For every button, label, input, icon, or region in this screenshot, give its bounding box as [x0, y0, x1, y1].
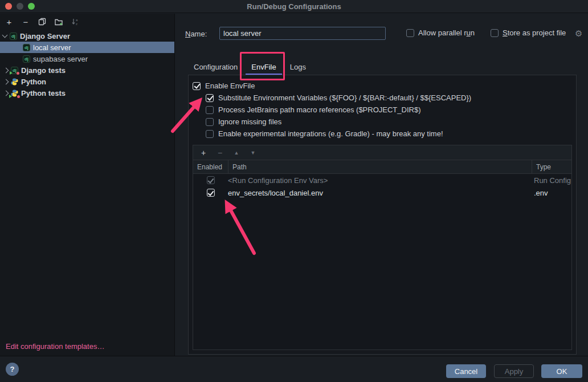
python-tests-icon: [11, 90, 18, 97]
move-down-icon[interactable]: ▼: [248, 148, 258, 157]
envfile-options: Enable EnvFile Substitute Environment Va…: [189, 75, 576, 140]
sort-configurations-icon[interactable]: az: [71, 17, 80, 26]
tree-item-label: supabase server: [33, 55, 88, 63]
django-icon: dj: [23, 44, 30, 51]
gear-icon[interactable]: ⚙: [575, 29, 582, 39]
store-as-project-file-label: Store as project file: [503, 29, 566, 37]
chevron-right-icon[interactable]: [3, 90, 9, 96]
allow-parallel-run-checkbox[interactable]: Allow parallel run: [406, 29, 475, 37]
django-icon: dj: [23, 55, 30, 63]
table-toolbar: + − ▲ ▼: [193, 145, 571, 160]
tree-item-label: local server: [33, 43, 71, 52]
edit-configuration-templates-link[interactable]: Edit configuration templates…: [6, 342, 104, 351]
tree-item-python-tests[interactable]: Python tests: [0, 87, 174, 99]
column-header-enabled[interactable]: Enabled: [193, 163, 228, 171]
zoom-window-button[interactable]: [28, 3, 35, 10]
move-up-icon[interactable]: ▲: [232, 148, 241, 157]
copy-configuration-icon[interactable]: [38, 17, 47, 26]
store-as-project-file-checkbox[interactable]: Store as project file: [491, 29, 566, 37]
sidebar-toolbar: + − az: [0, 14, 174, 30]
checkbox[interactable]: [206, 130, 214, 138]
remove-configuration-icon[interactable]: −: [21, 17, 30, 26]
column-header-type[interactable]: Type: [532, 160, 571, 173]
option-label: Process JetBrains path macro references …: [218, 105, 420, 114]
chevron-right-icon[interactable]: [3, 79, 9, 84]
table-row[interactable]: <Run Configuration Env Vars> Run Config: [193, 174, 571, 186]
add-configuration-icon[interactable]: +: [5, 17, 14, 26]
table-row[interactable]: env_secrets/local_daniel.env .env: [193, 186, 571, 199]
checkbox[interactable]: [193, 82, 201, 90]
configurations-tree: dj Django Server dj local server dj supa…: [0, 30, 174, 99]
enable-envfile-option[interactable]: Enable EnvFile: [193, 80, 576, 92]
tree-item-label: Django tests: [21, 66, 66, 75]
tree-item-django-server[interactable]: dj Django Server: [0, 30, 174, 42]
configuration-tabs: Configuration EnvFile Logs: [188, 60, 312, 75]
remove-file-icon[interactable]: −: [215, 148, 224, 157]
column-header-path[interactable]: Path: [228, 160, 532, 173]
close-window-button[interactable]: [5, 3, 12, 10]
checkbox[interactable]: [406, 29, 414, 37]
env-file-path: <Run Configuration Env Vars>: [228, 176, 532, 185]
tab-logs[interactable]: Logs: [284, 60, 312, 75]
tab-envfile[interactable]: EnvFile: [246, 60, 281, 75]
tab-configuration[interactable]: Configuration: [188, 60, 243, 75]
add-file-icon[interactable]: +: [199, 148, 208, 157]
new-folder-icon[interactable]: [54, 17, 63, 26]
svg-text:z: z: [76, 22, 77, 26]
tree-item-python[interactable]: Python: [0, 76, 174, 87]
configurations-sidebar: + − az dj Django Server dj local server: [0, 14, 175, 356]
django-tests-icon: dj: [11, 67, 18, 74]
envfile-tab-panel: Enable EnvFile Substitute Environment Va…: [188, 75, 577, 355]
dialog-title: Run/Debug Configurations: [247, 2, 341, 11]
ignore-missing-files-option[interactable]: Ignore missing files: [206, 116, 576, 128]
checkbox[interactable]: [206, 118, 214, 126]
checkbox[interactable]: [207, 189, 215, 197]
allow-parallel-run-label: Allow parallel run: [418, 29, 475, 37]
chevron-right-icon[interactable]: [3, 67, 9, 73]
svg-text:a: a: [76, 18, 78, 22]
dialog-footer: ? Cancel Apply OK: [0, 356, 588, 382]
cancel-button[interactable]: Cancel: [446, 364, 486, 378]
tree-item-supabase-server[interactable]: dj supabase server: [0, 53, 174, 64]
env-file-path: env_secrets/local_daniel.env: [228, 189, 532, 197]
checkbox: [207, 176, 215, 184]
run-debug-configurations-dialog: Run/Debug Configurations + − az dj Djang…: [0, 0, 588, 382]
checkbox[interactable]: [206, 106, 214, 114]
django-icon: dj: [10, 32, 17, 40]
ok-button[interactable]: OK: [541, 364, 582, 378]
experimental-integrations-option[interactable]: Enable experimental integrations (e.g. G…: [206, 128, 576, 140]
env-file-type: .env: [532, 189, 571, 197]
table-header: Enabled Path Type: [193, 160, 571, 174]
help-button[interactable]: ?: [6, 363, 19, 376]
process-path-macro-option[interactable]: Process JetBrains path macro references …: [206, 104, 576, 116]
macos-traffic-lights: [5, 3, 35, 10]
tree-item-label: Python tests: [21, 89, 66, 97]
env-files-table: + − ▲ ▼ Enabled Path Type <Run Configura…: [193, 145, 572, 350]
option-label: Ignore missing files: [218, 117, 281, 126]
tree-item-local-server[interactable]: dj local server: [0, 42, 174, 53]
tree-item-django-tests[interactable]: dj Django tests: [0, 64, 174, 76]
name-input[interactable]: [219, 27, 386, 40]
chevron-down-icon[interactable]: [2, 32, 8, 38]
titlebar: Run/Debug Configurations: [0, 0, 588, 13]
minimize-window-button[interactable]: [17, 3, 23, 10]
option-label: Substitute Environment Variables (${FOO}…: [218, 94, 471, 102]
tree-item-label: Python: [21, 78, 46, 86]
checkbox[interactable]: [206, 94, 214, 102]
apply-button[interactable]: Apply: [494, 364, 534, 378]
option-label: Enable experimental integrations (e.g. G…: [218, 129, 443, 138]
option-label: Enable EnvFile: [205, 82, 255, 90]
substitute-env-vars-option[interactable]: Substitute Environment Variables (${FOO}…: [206, 92, 576, 104]
python-icon: [11, 78, 18, 86]
configuration-editor: Name: Allow parallel run Store as projec…: [175, 14, 588, 356]
checkbox[interactable]: [491, 29, 499, 37]
tree-item-label: Django Server: [20, 32, 70, 40]
name-label: Name:: [185, 30, 207, 38]
env-file-type: Run Config: [532, 176, 571, 185]
